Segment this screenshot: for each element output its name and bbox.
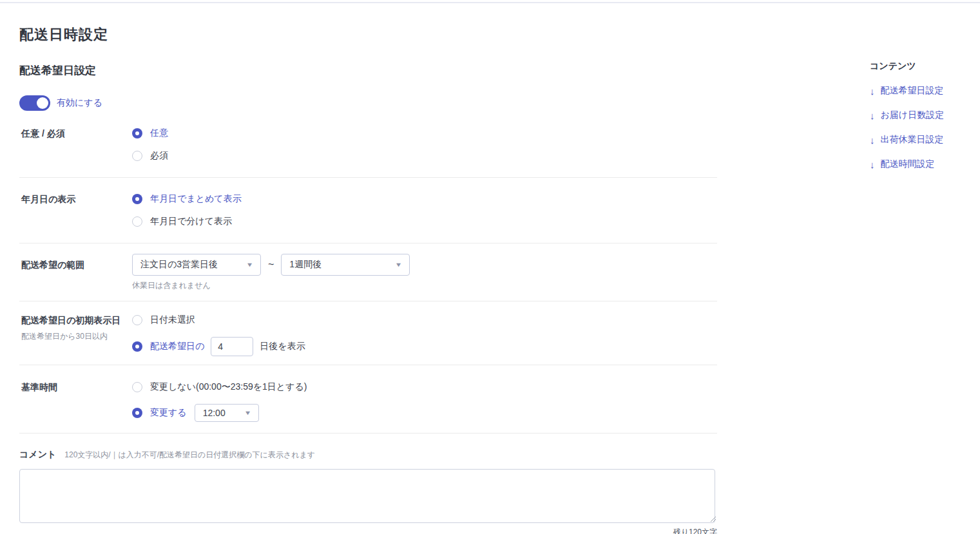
toc-item-label: 配送希望日設定 bbox=[881, 85, 944, 97]
toc-item-delivery-days[interactable]: ↓ お届け日数設定 bbox=[870, 110, 973, 121]
chevron-down-icon: ▼ bbox=[244, 410, 251, 416]
radio-unchecked-icon[interactable] bbox=[132, 382, 142, 392]
enable-toggle[interactable] bbox=[19, 95, 50, 111]
page-title: 配送日時設定 bbox=[19, 25, 717, 44]
chevron-down-icon: ▼ bbox=[246, 262, 254, 268]
arrow-down-icon: ↓ bbox=[870, 159, 875, 170]
radio-no-date-selected[interactable]: 日付未選択 bbox=[132, 314, 717, 326]
row-label: 基準時間 bbox=[21, 382, 132, 394]
range-note: 休業日は含まれません bbox=[132, 280, 717, 291]
row-delivery-range: 配送希望の範囲 注文日の3営業日後 ▼ ~ 1週間後 ▼ 休業日は含まれません bbox=[19, 243, 717, 301]
range-separator: ~ bbox=[268, 259, 274, 271]
radio-date-separate[interactable]: 年月日で分けて表示 bbox=[132, 216, 717, 227]
radio-checked-icon[interactable] bbox=[132, 408, 142, 418]
radio-checked-icon[interactable] bbox=[132, 194, 142, 204]
row-optional-required: 任意 / 必須 任意 必須 bbox=[19, 112, 717, 177]
radio-change[interactable]: 変更する 12:00 ▼ bbox=[132, 404, 717, 422]
toc-item-label: お届け日数設定 bbox=[881, 110, 945, 121]
radio-days-after[interactable]: 配送希望日の 日後を表示 bbox=[132, 337, 717, 356]
range-from-select[interactable]: 注文日の3営業日後 ▼ bbox=[132, 254, 261, 276]
row-label: 任意 / 必須 bbox=[21, 128, 132, 140]
row-initial-date: 配送希望日の初期表示日 配送希望日から30日以内 日付未選択 配送希望日の 日後… bbox=[19, 301, 717, 365]
toc-item-delivery-time[interactable]: ↓ 配送時間設定 bbox=[870, 158, 973, 170]
chevron-down-icon: ▼ bbox=[395, 262, 403, 268]
main-content: 配送日時設定 配送希望日設定 有効にする 任意 / 必須 任意 必須 年月日の表… bbox=[19, 3, 717, 534]
row-label: 配送希望日の初期表示日 bbox=[21, 315, 132, 327]
base-time-select[interactable]: 12:00 ▼ bbox=[195, 404, 259, 422]
comment-remaining-count: 残り120文字 bbox=[19, 527, 717, 534]
toc-item-label: 出荷休業日設定 bbox=[881, 134, 944, 146]
row-label: 年月日の表示 bbox=[21, 194, 132, 205]
radio-unchecked-icon[interactable] bbox=[132, 315, 142, 325]
enable-toggle-row: 有効にする bbox=[19, 95, 717, 111]
radio-unchecked-icon[interactable] bbox=[132, 216, 142, 227]
range-to-select[interactable]: 1週間後 ▼ bbox=[281, 254, 410, 276]
toc-panel: コンテンツ ↓ 配送希望日設定 ↓ お届け日数設定 ↓ 出荷休業日設定 ↓ 配送… bbox=[870, 61, 973, 170]
comment-label: コメント bbox=[19, 449, 56, 461]
radio-date-combined[interactable]: 年月日でまとめて表示 bbox=[132, 193, 717, 205]
toc-item-shipping-holiday[interactable]: ↓ 出荷休業日設定 bbox=[870, 134, 973, 146]
arrow-down-icon: ↓ bbox=[870, 110, 875, 121]
radio-optional[interactable]: 任意 bbox=[132, 128, 717, 139]
toc-heading: コンテンツ bbox=[870, 61, 973, 72]
comment-textarea[interactable] bbox=[19, 469, 715, 523]
arrow-down-icon: ↓ bbox=[870, 135, 875, 146]
row-date-display: 年月日の表示 年月日でまとめて表示 年月日で分けて表示 bbox=[19, 177, 717, 243]
row-label: 配送希望の範囲 bbox=[21, 260, 132, 271]
row-sublabel: 配送希望日から30日以内 bbox=[21, 331, 132, 342]
radio-checked-icon[interactable] bbox=[132, 128, 142, 138]
toggle-knob-icon bbox=[37, 97, 48, 109]
row-comment: コメント 120文字以内/｜は入力不可/配送希望日の日付選択欄の下に表示されます… bbox=[19, 433, 717, 534]
comment-hint: 120文字以内/｜は入力不可/配送希望日の日付選択欄の下に表示されます bbox=[64, 450, 315, 461]
radio-checked-icon[interactable] bbox=[132, 341, 142, 352]
row-base-time: 基準時間 変更しない(00:00〜23:59を1日とする) 変更する 12:00… bbox=[19, 365, 717, 433]
section-heading: 配送希望日設定 bbox=[19, 63, 717, 78]
days-after-suffix: 日後を表示 bbox=[260, 341, 305, 352]
days-after-input[interactable] bbox=[211, 337, 253, 356]
arrow-down-icon: ↓ bbox=[870, 86, 875, 97]
toc-item-label: 配送時間設定 bbox=[881, 158, 935, 170]
toc-item-delivery-date[interactable]: ↓ 配送希望日設定 bbox=[870, 85, 973, 97]
radio-unchecked-icon[interactable] bbox=[132, 151, 142, 161]
enable-toggle-label: 有効にする bbox=[57, 97, 102, 109]
radio-required[interactable]: 必須 bbox=[132, 150, 717, 162]
radio-no-change[interactable]: 変更しない(00:00〜23:59を1日とする) bbox=[132, 381, 717, 393]
